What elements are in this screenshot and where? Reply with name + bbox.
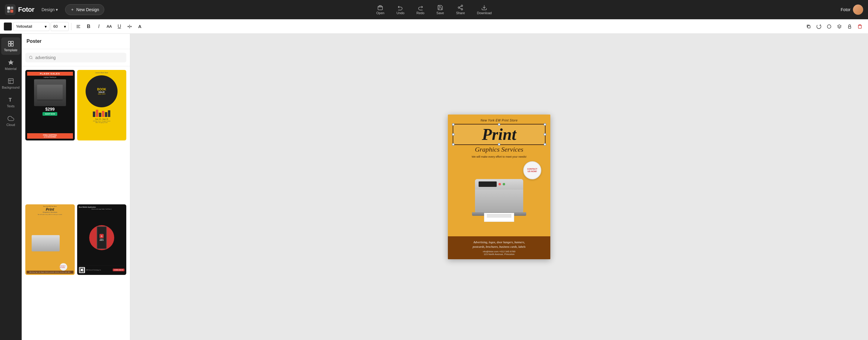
user-avatar[interactable]	[853, 4, 863, 15]
new-design-button[interactable]: ＋ New Design	[65, 4, 104, 15]
undo-button[interactable]: Undo	[394, 3, 407, 16]
share-button[interactable]: Share	[454, 3, 467, 16]
layers-icon	[837, 24, 842, 29]
tpl3-footer: Advertising, logos, door hangers, banner…	[27, 271, 73, 274]
search-input[interactable]	[35, 55, 123, 60]
material-icon	[7, 59, 14, 66]
font-size-select[interactable]: 60 ▾	[51, 22, 69, 31]
rotate-icon	[816, 24, 821, 29]
poster-store-name: New York EW Print Store	[480, 119, 518, 122]
tpl4-sub: Check out the app Goals. You'll love it.	[91, 208, 112, 210]
svg-line-31	[32, 59, 32, 59]
svg-point-8	[461, 8, 463, 10]
handle-tl[interactable]	[452, 123, 455, 126]
italic-button[interactable]: I	[94, 22, 103, 31]
text-color-swatch[interactable]	[4, 22, 12, 31]
tpl4-app-name: GOALSMOBILE	[99, 239, 104, 241]
svg-rect-23	[8, 41, 10, 43]
sidebar-item-material[interactable]: Material	[1, 56, 21, 73]
download-icon	[481, 4, 487, 10]
tpl4-download-btn: DOWNLOAD BY	[113, 269, 124, 271]
poster-title-box[interactable]: Print	[453, 124, 546, 145]
underline-button[interactable]: U	[115, 22, 124, 31]
svg-point-7	[458, 7, 460, 8]
poster-title: Print	[457, 126, 541, 143]
printer-paper	[484, 213, 514, 222]
save-button[interactable]: Save	[434, 3, 446, 16]
cloud-icon	[7, 115, 14, 122]
poster-footer: Advertising, logos, door hangers, banner…	[448, 236, 550, 259]
open-button[interactable]: Open	[374, 3, 387, 16]
poster-canvas: New York EW Print Store Print Graphics S…	[448, 115, 550, 259]
layers-button[interactable]	[835, 22, 844, 31]
canvas-area[interactable]: New York EW Print Store Print Graphics S…	[130, 34, 868, 340]
handle-tm[interactable]	[498, 123, 500, 126]
printer-body	[475, 179, 523, 212]
delete-icon	[858, 24, 862, 29]
handle-bm[interactable]	[498, 143, 500, 146]
svg-marker-20	[838, 25, 841, 27]
tpl4-circle: G GOALSMOBILE	[89, 225, 114, 250]
svg-rect-25	[8, 44, 10, 46]
tpl3-store: New York EW Print Store	[43, 206, 57, 207]
tpl1-laptop	[34, 79, 66, 106]
printer-body-lower	[475, 190, 523, 212]
tpl4-qr-row: SBD Science & Technology, Inc. DOWNLOAD …	[79, 267, 125, 273]
svg-point-30	[30, 56, 32, 59]
format-right-buttons	[804, 22, 864, 31]
open-icon	[377, 4, 383, 10]
download-button[interactable]: Download	[475, 3, 494, 16]
spacing-icon	[127, 24, 132, 29]
char-spacing-button[interactable]	[125, 22, 134, 31]
lock-button[interactable]	[845, 22, 854, 31]
align-button[interactable]	[74, 22, 83, 31]
delete-button[interactable]	[855, 22, 864, 31]
duplicate-button[interactable]	[804, 22, 813, 31]
tpl3-printer	[32, 235, 60, 251]
circle-button[interactable]	[825, 22, 834, 31]
design-button[interactable]: Design ▾	[39, 6, 61, 13]
template-card-flash-sales[interactable]: FLASH SALES Laptops Starting at $299 SHO…	[25, 70, 75, 141]
tpl2-circle: BOOK SALE! 40% OFF	[86, 75, 118, 107]
paper-line-3	[487, 217, 512, 217]
redo-button[interactable]: Redo	[414, 3, 427, 16]
svg-rect-26	[11, 44, 13, 46]
caps-button[interactable]: A	[135, 22, 144, 31]
template-card-print-graphics[interactable]: New York EW Print Store Print Graphics S…	[25, 204, 75, 275]
tpl2-date: Sept. 20 – Sept. 30	[95, 118, 108, 120]
handle-bl[interactable]	[452, 143, 455, 146]
font-size-button[interactable]: AA	[104, 22, 114, 31]
tpl1-price: $299	[45, 107, 55, 112]
template-card-goals-mobile[interactable]: Best Mobile Application Check out the ap…	[77, 204, 127, 275]
tpl2-center: Miller Shopping Center	[96, 122, 108, 123]
svg-rect-28	[8, 79, 13, 84]
search-input-wrap[interactable]	[25, 53, 126, 62]
tpl3-tagline: We will make every effort to meet your n…	[38, 214, 62, 215]
sidebar-item-cloud[interactable]: Cloud	[1, 112, 21, 130]
tpl4-company: SBD Science & Technology, Inc.	[86, 270, 112, 271]
template-card-book-sale[interactable]: Laura's Book Store BOOK SALE! 40% OFF	[77, 70, 127, 141]
handle-tr[interactable]	[544, 123, 546, 126]
svg-marker-27	[8, 60, 13, 65]
top-toolbar: Fotor Design ▾ ＋ New Design Open Undo Re…	[0, 0, 868, 19]
sidebar-item-template[interactable]: Template	[1, 37, 21, 55]
rotate-button[interactable]	[814, 22, 824, 31]
paper-line-1	[487, 214, 512, 215]
redo-icon	[417, 4, 424, 10]
printer-assembly	[472, 179, 526, 216]
handle-ml[interactable]	[452, 133, 455, 136]
sidebar-item-texts[interactable]: T Texts	[1, 93, 21, 111]
search-icon	[29, 56, 33, 60]
bold-button[interactable]: B	[84, 22, 93, 31]
font-family-select[interactable]: Yellowtail ▾	[13, 22, 50, 31]
svg-rect-24	[11, 41, 13, 43]
svg-point-6	[461, 5, 463, 6]
sidebar-item-background[interactable]: Background	[1, 75, 21, 92]
panel-title: Poster	[22, 34, 130, 49]
svg-rect-4	[10, 10, 13, 13]
format-toolbar: Yellowtail ▾ 60 ▾ B I AA U A	[0, 19, 868, 34]
handle-br[interactable]	[544, 143, 546, 146]
tpl3-title: Print	[46, 208, 54, 211]
handle-mr[interactable]	[544, 133, 546, 136]
template-icon	[7, 40, 14, 47]
